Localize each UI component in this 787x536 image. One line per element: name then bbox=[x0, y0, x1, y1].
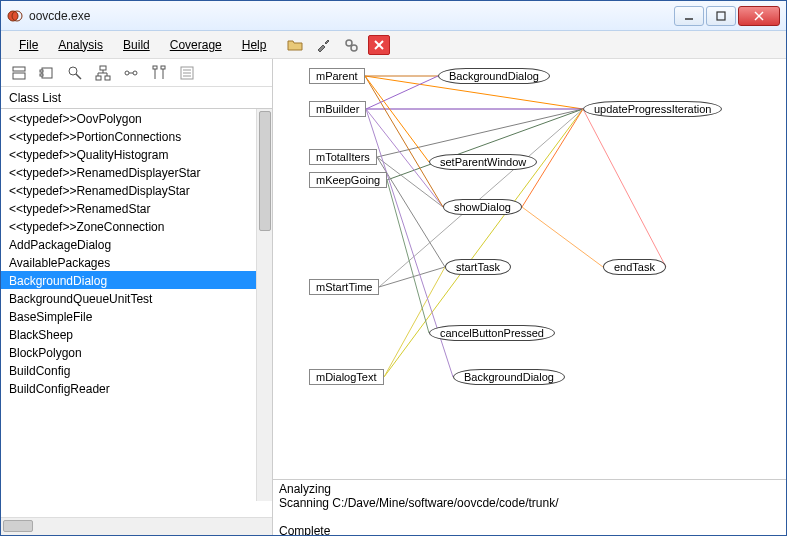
app-icon bbox=[7, 8, 23, 24]
diagram-ellipse-node[interactable]: BackgroundDialog bbox=[453, 369, 565, 385]
minimize-button[interactable] bbox=[674, 6, 704, 26]
class-list-header: Class List bbox=[1, 87, 272, 109]
menu-file[interactable]: File bbox=[9, 34, 48, 56]
view-toolbar bbox=[1, 59, 272, 87]
output-line: Complete bbox=[279, 524, 330, 535]
view-hierarchy-icon[interactable] bbox=[91, 63, 115, 83]
view-relation-icon[interactable] bbox=[119, 63, 143, 83]
diagram-ellipse-node[interactable]: endTask bbox=[603, 259, 666, 275]
diagram-ellipse-node[interactable]: BackgroundDialog bbox=[438, 68, 550, 84]
svg-rect-27 bbox=[153, 66, 157, 69]
folder-icon[interactable] bbox=[284, 35, 306, 55]
diagram-rect-node[interactable]: mBuilder bbox=[309, 101, 366, 117]
diagram-ellipse-node[interactable]: showDialog bbox=[443, 199, 522, 215]
svg-point-25 bbox=[133, 71, 137, 75]
left-panel: Class List <<typedef>>OovPolygon<<typede… bbox=[1, 59, 273, 535]
svg-point-7 bbox=[351, 45, 357, 51]
list-item[interactable]: BlockPolygon bbox=[1, 343, 272, 361]
view-list-icon[interactable] bbox=[175, 63, 199, 83]
class-list[interactable]: <<typedef>>OovPolygon<<typedef>>PortionC… bbox=[1, 109, 272, 517]
maximize-button[interactable] bbox=[706, 6, 736, 26]
scroll-thumb[interactable] bbox=[259, 111, 271, 231]
svg-rect-19 bbox=[105, 76, 110, 80]
hscroll-thumb[interactable] bbox=[3, 520, 33, 532]
svg-point-6 bbox=[346, 40, 352, 46]
menu-analysis[interactable]: Analysis bbox=[48, 34, 113, 56]
diagram-ellipse-node[interactable]: cancelButtonPressed bbox=[429, 325, 555, 341]
diagram-canvas[interactable]: mParentmBuildermTotalItersmKeepGoingmSta… bbox=[273, 59, 786, 479]
svg-rect-17 bbox=[100, 66, 106, 70]
svg-line-48 bbox=[384, 267, 445, 377]
svg-rect-14 bbox=[40, 74, 43, 76]
list-item[interactable]: <<typedef>>RenamedStar bbox=[1, 199, 272, 217]
list-item[interactable]: BackgroundQueueUnitTest bbox=[1, 289, 272, 307]
svg-rect-18 bbox=[96, 76, 101, 80]
svg-line-54 bbox=[522, 207, 603, 267]
list-item[interactable]: BlackSheep bbox=[1, 325, 272, 343]
list-item[interactable]: <<typedef>>ZoneConnection bbox=[1, 217, 272, 235]
diagram-rect-node[interactable]: mParent bbox=[309, 68, 365, 84]
horizontal-scrollbar[interactable] bbox=[1, 517, 272, 535]
svg-rect-3 bbox=[717, 12, 725, 20]
stop-icon[interactable] bbox=[368, 35, 390, 55]
svg-rect-28 bbox=[161, 66, 165, 69]
gears-icon[interactable] bbox=[340, 35, 362, 55]
diagram-rect-node[interactable]: mDialogText bbox=[309, 369, 384, 385]
list-item[interactable]: <<typedef>>RenamedDisplayStar bbox=[1, 181, 272, 199]
svg-rect-11 bbox=[13, 73, 25, 79]
menu-help[interactable]: Help bbox=[232, 34, 277, 56]
view-component-icon[interactable] bbox=[35, 63, 59, 83]
tools-icon[interactable] bbox=[312, 35, 334, 55]
diagram-ellipse-node[interactable]: updateProgressIteration bbox=[583, 101, 722, 117]
svg-line-16 bbox=[76, 74, 81, 79]
diagram-ellipse-node[interactable]: setParentWindow bbox=[429, 154, 537, 170]
list-item[interactable]: BaseSimpleFile bbox=[1, 307, 272, 325]
window-title: oovcde.exe bbox=[29, 9, 674, 23]
diagram-rect-node[interactable]: mKeepGoing bbox=[309, 172, 387, 188]
menu-coverage[interactable]: Coverage bbox=[160, 34, 232, 56]
svg-point-24 bbox=[125, 71, 129, 75]
vertical-scrollbar[interactable] bbox=[256, 109, 272, 501]
output-panel[interactable]: Analyzing Scanning C:/Dave/Mine/software… bbox=[273, 479, 786, 535]
output-line: Scanning C:/Dave/Mine/software/oovcde/co… bbox=[279, 496, 558, 510]
list-item[interactable]: AddPackageDialog bbox=[1, 235, 272, 253]
list-item[interactable]: <<typedef>>QualityHistogram bbox=[1, 145, 272, 163]
list-item[interactable]: BuildConfig bbox=[1, 361, 272, 379]
right-area: mParentmBuildermTotalItersmKeepGoingmSta… bbox=[273, 59, 786, 535]
menu-build[interactable]: Build bbox=[113, 34, 160, 56]
diagram-ellipse-node[interactable]: startTask bbox=[445, 259, 511, 275]
list-item[interactable]: <<typedef>>PortionConnections bbox=[1, 127, 272, 145]
diagram-rect-node[interactable]: mTotalIters bbox=[309, 149, 377, 165]
menubar: File Analysis Build Coverage Help bbox=[1, 31, 786, 59]
app-window: oovcde.exe File Analysis Build Coverage … bbox=[0, 0, 787, 536]
svg-line-52 bbox=[387, 180, 429, 333]
svg-line-42 bbox=[583, 109, 666, 267]
list-item[interactable]: BuildConfigReader bbox=[1, 379, 272, 397]
close-button[interactable] bbox=[738, 6, 780, 26]
list-item[interactable]: <<typedef>>RenamedDisplayerStar bbox=[1, 163, 272, 181]
view-class-icon[interactable] bbox=[7, 63, 31, 83]
view-search-icon[interactable] bbox=[63, 63, 87, 83]
view-sequence-icon[interactable] bbox=[147, 63, 171, 83]
diagram-rect-node[interactable]: mStartTime bbox=[309, 279, 379, 295]
list-item[interactable]: BackgroundDialog bbox=[1, 271, 272, 289]
titlebar[interactable]: oovcde.exe bbox=[1, 1, 786, 31]
svg-rect-10 bbox=[13, 67, 25, 71]
svg-rect-13 bbox=[40, 70, 43, 72]
list-item[interactable]: AvailablePackages bbox=[1, 253, 272, 271]
output-line: Analyzing bbox=[279, 482, 331, 496]
svg-point-15 bbox=[69, 67, 77, 75]
content-area: Class List <<typedef>>OovPolygon<<typede… bbox=[1, 59, 786, 535]
list-item[interactable]: <<typedef>>OovPolygon bbox=[1, 109, 272, 127]
